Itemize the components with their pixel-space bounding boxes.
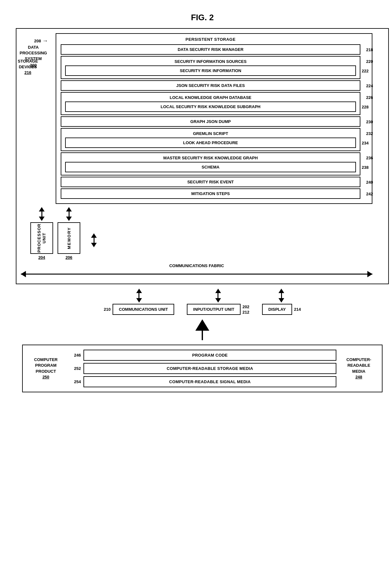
ref-226: 226 (366, 95, 373, 100)
storage-comm-arrow (91, 233, 97, 247)
ref-242: 242 (366, 191, 373, 196)
item-schema: SCHEMA 238 (65, 162, 356, 172)
storage-box: 208 → PERSISTENT STORAGE DATA SECURITY R… (56, 33, 372, 204)
item-security-risk-info: SECURITY RISK INFORMATION 222 (65, 65, 356, 76)
processor-unit-container: PROCESSOR UNIT 204 (30, 207, 53, 260)
ref-240: 240 (366, 180, 373, 184)
ref-234: 234 (362, 140, 369, 145)
item-gremlin-script: GREMLIN SCRIPT LOOK AHEAD PROCEDURE 234 … (61, 128, 360, 151)
persistent-storage-label: PERSISTENT STORAGE (61, 37, 360, 42)
memory-ref: 206 (65, 255, 72, 260)
cpp-box-storage-media: COMPUTER-READABLE STORAGE MEDIA (83, 363, 336, 374)
display-up-arrow (279, 289, 284, 303)
display-unit-container: DISPLAY 214 (262, 289, 301, 315)
cpp-section: COMPUTER PROGRAM PRODUCT 250 246 PROGRAM… (22, 345, 383, 392)
item-data-security-risk-manager: DATA SECURITY RISK MANAGER 218 (61, 44, 360, 55)
item-master-knowledge-graph: MASTER SECURITY RISK KNOWLEDGE GRAPH SCH… (61, 152, 360, 175)
ref-232: 232 (366, 131, 373, 136)
cpp-num-252: 252 (68, 366, 81, 371)
cpp-num-254: 254 (68, 379, 81, 384)
item-security-info-sources: SECURITY INFORMATION SOURCES SECURITY RI… (61, 56, 360, 79)
cpp-box-signal-media: COMPUTER-READABLE SIGNAL MEDIA (83, 376, 336, 387)
cpp-right-label: COMPUTER- READABLE MEDIA 248 (336, 350, 377, 387)
cpp-left-label: COMPUTER PROGRAM PRODUCT 250 (27, 350, 68, 387)
item-graph-json-dump: GRAPH JSON DUMP 230 (61, 116, 360, 127)
comm-fabric-section: COMMUNICATIONS FABRIC (21, 262, 372, 279)
display-ref: 214 (294, 307, 301, 312)
io-unit-container: INPUT/OUTPUT UNIT 202 212 (187, 289, 249, 315)
proc-arrow (39, 207, 45, 221)
item-mitigation-steps: MITIGATION STEPS 242 (61, 188, 360, 199)
io-refs: 202 212 (242, 304, 249, 315)
item-json-security: JSON SECURITY RISK DATA FILES 224 (61, 80, 360, 91)
storage-devices-label: STORAGE DEVICES 216 (18, 58, 38, 76)
ref-236: 236 (366, 156, 373, 160)
memory-label: MEMORY (67, 227, 71, 249)
cpp-row-signal-media: 254 COMPUTER-READABLE SIGNAL MEDIA (68, 376, 336, 387)
comm-unit-box: COMMUNICATIONS UNIT (113, 304, 174, 315)
display-box: DISPLAY (262, 304, 292, 315)
processor-box: PROCESSOR UNIT (30, 222, 53, 254)
item-look-ahead: LOOK AHEAD PROCEDURE 234 (65, 138, 356, 148)
processor-ref: 204 (38, 255, 45, 260)
cpp-rows: 246 PROGRAM CODE 252 COMPUTER-READABLE S… (68, 350, 336, 387)
ref-218: 218 (366, 47, 373, 52)
comm-unit-container: 210 COMMUNICATIONS UNIT (104, 289, 174, 315)
page-title: FIG. 2 (13, 13, 392, 22)
ref-224: 224 (366, 83, 373, 88)
main-diagram-box: DATA PROCESSING SYSTEM 200 STORAGE DEVIC… (16, 28, 389, 284)
comm-unit-ref-left: 210 (104, 307, 111, 312)
ref-228: 228 (362, 104, 369, 109)
big-up-arrow (13, 319, 392, 340)
cpp-row-program-code: 246 PROGRAM CODE (68, 350, 336, 361)
cpp-row-storage-media: 252 COMPUTER-READABLE STORAGE MEDIA (68, 363, 336, 374)
cpp-box-program-code: PROGRAM CODE (83, 350, 336, 361)
ref-222: 222 (362, 68, 369, 73)
memory-box: MEMORY (58, 222, 80, 254)
ref-238: 238 (362, 165, 369, 169)
item-local-security-subgraph: LOCAL SECURITY RISK KNOWLEDGE SUBGRAPH 2… (65, 101, 356, 112)
ref-208: 208 → (34, 38, 48, 44)
io-unit-box: INPUT/OUTPUT UNIT (187, 304, 241, 315)
memory-container: MEMORY 206 (58, 207, 80, 260)
ref-230: 230 (366, 119, 373, 124)
item-local-knowledge-graph: LOCAL KNOWLEDGE GRAPH DATABASE LOCAL SEC… (61, 92, 360, 115)
io-up-arrow (215, 289, 221, 303)
mem-arrow (66, 207, 72, 221)
comm-up-arrow (136, 289, 142, 303)
ref-220: 220 (366, 59, 373, 64)
item-security-risk-event: SECURITY RISK EVENT 240 (61, 177, 360, 187)
external-units-row: 210 COMMUNICATIONS UNIT INPUT/OUTPUT UNI… (13, 289, 392, 315)
cpp-num-246: 246 (68, 353, 81, 358)
processor-label: PROCESSOR UNIT (37, 224, 46, 253)
